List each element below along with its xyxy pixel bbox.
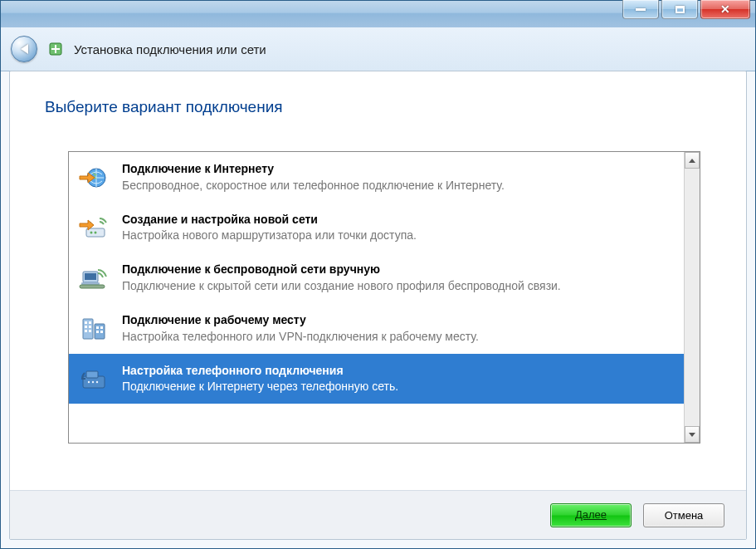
svg-rect-16: [89, 330, 91, 332]
maximize-icon: [676, 6, 685, 13]
svg-rect-20: [96, 331, 99, 333]
option-internet[interactable]: Подключение к Интернету Беспроводное, ск…: [69, 152, 684, 203]
next-button[interactable]: Далее: [550, 503, 632, 527]
workplace-icon: [77, 313, 110, 343]
wizard-title: Установка подключения или сети: [74, 42, 266, 56]
option-dialup[interactable]: Настройка телефонного подключения Подклю…: [69, 354, 684, 404]
svg-point-3: [90, 231, 93, 233]
svg-rect-7: [85, 273, 96, 280]
cancel-button-label: Отмена: [665, 509, 704, 522]
wizard-window: ✕ Установка подключения или сети Выберит…: [0, 0, 756, 549]
svg-rect-19: [100, 326, 103, 329]
scroll-down-button[interactable]: [685, 426, 700, 443]
caption-buttons: ✕: [622, 0, 750, 19]
option-text: Подключение к Интернету Беспроводное, ск…: [122, 162, 676, 193]
svg-point-25: [92, 381, 94, 383]
chevron-down-icon: [689, 433, 695, 437]
option-desc: Подключение к Интернету через телефонную…: [122, 379, 676, 394]
maximize-button[interactable]: [661, 0, 698, 19]
minimize-icon: [636, 8, 646, 11]
page-heading: Выберите вариант подключения: [45, 98, 283, 116]
back-button[interactable]: [11, 36, 37, 62]
svg-rect-18: [96, 326, 99, 329]
arrow-left-icon: [21, 44, 28, 54]
option-text: Настройка телефонного подключения Подклю…: [122, 364, 676, 395]
svg-rect-10: [83, 319, 93, 339]
svg-point-24: [88, 381, 90, 383]
option-text: Создание и настройка новой сети Настройк…: [122, 213, 676, 243]
option-desc: Настройка телефонного или VPN-подключени…: [122, 329, 676, 344]
svg-rect-23: [86, 371, 98, 378]
svg-rect-11: [85, 321, 87, 324]
svg-rect-9: [80, 285, 105, 288]
option-title: Подключение к рабочему месту: [122, 313, 676, 328]
globe-arrow-icon: [77, 162, 110, 192]
wifi-manual-icon: [77, 262, 110, 292]
wizard-header: Установка подключения или сети: [1, 27, 755, 71]
svg-rect-15: [85, 330, 87, 332]
wizard-content: Выберите вариант подключения Подключе: [9, 71, 747, 540]
option-title: Настройка телефонного подключения: [122, 364, 676, 379]
close-icon: ✕: [720, 2, 730, 16]
svg-rect-21: [100, 331, 103, 333]
option-text: Подключение к рабочему месту Настройка т…: [122, 313, 676, 344]
network-wizard-icon: [47, 41, 64, 57]
wizard-footer: Далее Отмена: [10, 490, 746, 539]
option-new-network[interactable]: Создание и настройка новой сети Настройк…: [69, 203, 684, 253]
connection-options-listbox: Подключение к Интернету Беспроводное, ск…: [68, 151, 700, 444]
svg-point-26: [96, 381, 98, 383]
cancel-button[interactable]: Отмена: [643, 503, 724, 527]
option-text: Подключение к беспроводной сети вручную …: [122, 262, 676, 293]
option-desc: Настройка нового маршрутизатора или точк…: [122, 228, 676, 243]
option-title: Подключение к Интернету: [122, 162, 676, 177]
scroll-track[interactable]: [685, 169, 700, 426]
dialup-icon: [77, 364, 110, 394]
option-desc: Подключение к скрытой сети или создание …: [122, 278, 676, 293]
chevron-up-icon: [689, 159, 695, 163]
option-workplace[interactable]: Подключение к рабочему месту Настройка т…: [69, 303, 684, 354]
svg-rect-12: [89, 321, 91, 324]
router-new-icon: [77, 213, 110, 243]
svg-point-4: [95, 231, 97, 233]
scrollbar[interactable]: [684, 152, 700, 443]
option-desc: Беспроводное, скоростное или телефонное …: [122, 178, 676, 193]
option-title: Создание и настройка новой сети: [122, 213, 676, 228]
close-button[interactable]: ✕: [700, 0, 750, 19]
scroll-up-button[interactable]: [685, 152, 700, 169]
svg-rect-17: [95, 324, 105, 339]
option-manual-wifi[interactable]: Подключение к беспроводной сети вручную …: [69, 252, 684, 303]
minimize-button[interactable]: [622, 0, 659, 19]
svg-rect-14: [89, 326, 91, 328]
svg-rect-13: [85, 326, 87, 328]
options-list: Подключение к Интернету Беспроводное, ск…: [69, 152, 684, 443]
titlebar: ✕: [1, 1, 755, 28]
next-button-label: Далее: [575, 508, 607, 522]
option-title: Подключение к беспроводной сети вручную: [122, 262, 676, 277]
